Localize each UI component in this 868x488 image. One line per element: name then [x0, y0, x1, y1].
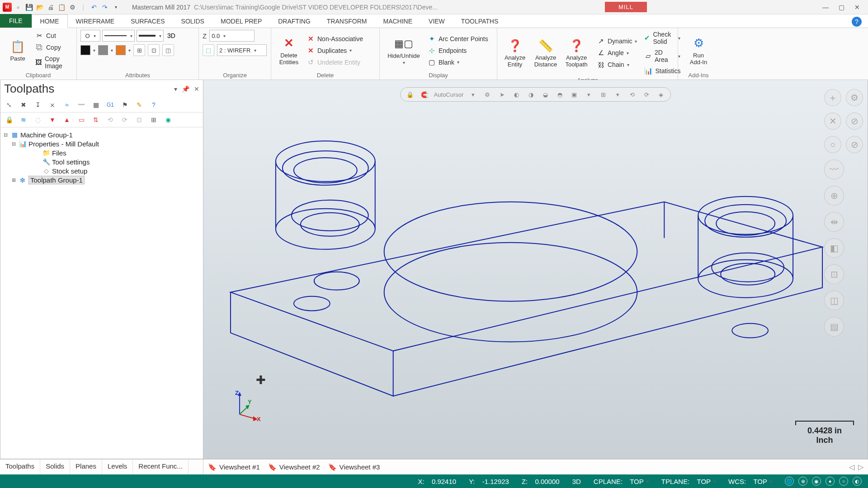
qi-target-icon[interactable]: ⊕ — [824, 186, 844, 206]
tb-ghost-icon[interactable]: ◌ — [32, 114, 44, 125]
qi-cross-icon[interactable]: ✕ — [824, 113, 841, 130]
close-button[interactable]: ✕ — [854, 4, 860, 11]
tb-wave-icon[interactable]: 〰 — [75, 99, 87, 110]
panel-close-icon[interactable]: ✕ — [194, 85, 199, 93]
qi-shade-icon[interactable]: ◧ — [824, 238, 844, 258]
tab-wireframe[interactable]: WIREFRAME — [68, 15, 123, 28]
help-icon[interactable]: ? — [852, 17, 862, 27]
z-value-combo[interactable]: 0.0 — [209, 30, 255, 42]
open-icon[interactable]: 📂 — [35, 3, 44, 12]
bottom-tab-levels[interactable]: Levels — [102, 460, 133, 474]
mode-3d-label[interactable]: 3D — [165, 32, 175, 39]
qi-plus-icon[interactable]: ＋ — [824, 89, 841, 106]
tb-grid-icon[interactable]: ▦ — [90, 99, 102, 110]
panel-dropdown-icon[interactable]: ▾ — [174, 85, 177, 93]
tree-files[interactable]: Files — [52, 149, 66, 157]
qi-layers-icon[interactable]: ▤ — [824, 317, 844, 337]
angle-button[interactable]: ∠Angle — [596, 48, 638, 58]
tree-tool-settings[interactable]: Tool settings — [52, 158, 90, 166]
tb-flag-icon[interactable]: ⚑ — [119, 99, 131, 110]
delete-entities-button[interactable]: ✕ Delete Entities — [275, 34, 303, 67]
tb-split-icon[interactable]: ⇅ — [90, 114, 102, 125]
qi-deny-icon[interactable]: ⊘ — [846, 113, 863, 130]
hide-unhide-button[interactable]: ▦▢ Hide/Unhide — [383, 34, 424, 67]
tree-properties[interactable]: Properties - Mill Default — [28, 140, 99, 148]
chain-button[interactable]: ⛓Chain — [596, 60, 638, 70]
qat-dropdown-icon[interactable]: ▾ — [111, 3, 120, 12]
paste-button[interactable]: 📋 Paste — [4, 37, 32, 64]
expand-icon[interactable]: ⊞ — [10, 177, 17, 183]
tree-toolpath-group[interactable]: Toolpath Group-1 — [28, 176, 85, 184]
expand-icon[interactable]: ⊟ — [2, 132, 9, 138]
bottom-tab-toolpaths[interactable]: Toolpaths — [0, 460, 40, 474]
tb-d-icon[interactable]: ⊞ — [148, 114, 160, 125]
nav-prev-icon[interactable]: ◁ — [849, 463, 854, 471]
blank-button[interactable]: ▢Blank — [427, 57, 489, 67]
level-icon[interactable]: ⬚ — [203, 44, 214, 56]
viewsheet-1[interactable]: 🔖Viewsheet #1 — [208, 463, 260, 471]
tb-help-icon[interactable]: ? — [148, 99, 160, 110]
new-icon[interactable]: ▫ — [14, 3, 23, 12]
qi-gear-icon[interactable]: ⚙ — [846, 89, 863, 106]
line-weight-combo[interactable] — [137, 30, 164, 42]
undo-icon[interactable]: ↶ — [90, 3, 99, 12]
panel-pin-icon[interactable]: 📌 — [182, 85, 189, 93]
status-wcs[interactable]: WCS: TOP — [728, 478, 772, 485]
tb-down-icon[interactable]: ▼ — [47, 114, 58, 125]
attr-tool-2[interactable]: ⊡ — [148, 44, 160, 56]
minimize-button[interactable]: — — [822, 4, 829, 11]
expand-icon[interactable]: ⊟ — [10, 141, 17, 147]
tb-up-icon[interactable]: ▲ — [61, 114, 73, 125]
status-x[interactable]: X: 0.92410 — [418, 478, 457, 485]
attr-tool-3[interactable]: ◫ — [162, 44, 174, 56]
duplicates-button[interactable]: ✕Duplicates — [306, 46, 364, 56]
tb-b-icon[interactable]: ⟳ — [119, 114, 131, 125]
analyze-distance-button[interactable]: 📏 Analyze Distance — [532, 36, 560, 70]
status-mode[interactable]: 3D — [572, 478, 581, 485]
check-solid-button[interactable]: ✔Check Solid — [643, 30, 681, 46]
tb-c-icon[interactable]: ⊡ — [133, 114, 145, 125]
qi-circle-icon[interactable]: ○ — [824, 136, 841, 153]
redo-icon[interactable]: ↷ — [100, 3, 109, 12]
tab-toolpaths[interactable]: TOOLPATHS — [453, 15, 506, 28]
undelete-entity-button[interactable]: ↺Undelete Entity — [306, 57, 364, 67]
color-swatch-2[interactable] — [98, 45, 108, 55]
context-tab-mill[interactable]: MILL — [605, 2, 647, 12]
nav-next-icon[interactable]: ▷ — [858, 463, 863, 471]
copy-button[interactable]: ⿻Copy — [34, 42, 73, 52]
save-icon[interactable]: 💾 — [24, 3, 33, 12]
tab-modelprep[interactable]: MODEL PREP — [212, 15, 270, 28]
tb-select-icon[interactable]: ⤡ — [3, 99, 15, 110]
tb-approx-icon[interactable]: ≈ — [61, 99, 73, 110]
tb-a-icon[interactable]: ⟲ — [104, 114, 116, 125]
tab-file[interactable]: FILE — [0, 14, 32, 28]
status-tplane[interactable]: TPLANE: TOP — [661, 478, 716, 485]
tb-lock-icon[interactable]: 🔒 — [3, 114, 15, 125]
analyze-entity-button[interactable]: ❓ Analyze Entity — [501, 36, 529, 70]
print-icon[interactable]: 🖨 — [46, 3, 55, 12]
tb-box-icon[interactable]: ▭ — [75, 114, 87, 125]
non-associative-button[interactable]: ✕Non-Associative — [306, 34, 364, 44]
run-addin-button[interactable]: ⚙ Run Add-In — [684, 34, 712, 67]
dot-icon-3[interactable]: ◐ — [853, 477, 862, 486]
globe-icon-3[interactable]: ◉ — [812, 477, 821, 486]
color-swatch-3[interactable] — [116, 45, 126, 55]
globe-icon-1[interactable]: 🌐 — [785, 477, 794, 486]
tab-drafting[interactable]: DRAFTING — [270, 15, 319, 28]
tab-view[interactable]: VIEW — [420, 15, 453, 28]
qi-no-icon[interactable]: ⊘ — [846, 136, 863, 153]
viewsheet-3[interactable]: 🔖Viewsheet #3 — [328, 463, 380, 471]
tab-machine[interactable]: MACHINE — [375, 15, 420, 28]
bottom-tab-recent[interactable]: Recent Func... — [133, 460, 189, 474]
tab-solids[interactable]: SOLIDS — [173, 15, 212, 28]
tb-g1-icon[interactable]: G1 — [104, 99, 116, 110]
macro-icon[interactable]: ⚙ — [68, 3, 77, 12]
qi-align-icon[interactable]: ⇹ — [824, 212, 844, 232]
dot-icon-2[interactable]: ○ — [839, 477, 848, 486]
status-z[interactable]: Z: 0.00000 — [522, 478, 560, 485]
attr-tool-1[interactable]: ⊞ — [133, 44, 145, 56]
analyze-toolpath-button[interactable]: ❓ Analyze Toolpath — [562, 36, 590, 70]
dynamic-button[interactable]: ↗Dynamic — [596, 36, 638, 46]
viewport[interactable]: 🔒 🧲 AutoCursor ▾ ⚙ ➤ ◐ ◑ ◒ ◓ ▣ ▾ ⊞ ▾ ⟲ ⟳… — [203, 80, 868, 459]
color-swatch-1[interactable] — [80, 45, 90, 55]
